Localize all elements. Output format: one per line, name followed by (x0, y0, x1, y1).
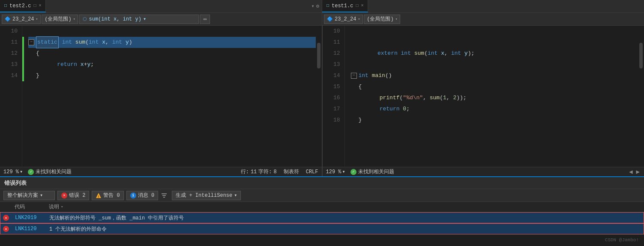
fold-marker-11[interactable]: − (28, 39, 34, 45)
global-dropdown-left[interactable]: (全局范围) ▾ (42, 15, 78, 24)
code-line-11-right (351, 37, 638, 48)
code-line-18-right: } (351, 115, 638, 126)
scrollbar-thumb-right[interactable] (639, 43, 643, 68)
filter-icon[interactable] (161, 192, 168, 199)
warning-triangle-icon: ! (96, 193, 102, 199)
error-panel-title: 错误列表 (4, 179, 27, 187)
scrollbar-right[interactable] (638, 26, 644, 167)
scope-dropdown-left[interactable]: 🔷 23_2_24 ▾ (2, 15, 41, 24)
tab-test2c-label: test2.c (9, 3, 31, 9)
zoom-value-left: 129 % (3, 169, 19, 175)
status-ok-right: ✓ 未找到相关问题 (350, 168, 394, 175)
error-row-1[interactable]: ✕ LNK2019 无法解析的外部符号 _sum，函数 _main 中引用了该符… (0, 212, 644, 223)
nav-right-arrow[interactable]: ▶ (635, 168, 641, 175)
info-count-button[interactable]: i 消息 0 (126, 191, 158, 200)
tab-label-left: 制表符 (284, 168, 299, 175)
ok-text-right: 未找到相关问题 (358, 168, 394, 175)
error-table-header: 代码 说明 ▾ (0, 202, 644, 212)
zoom-value-right: 129 % (326, 169, 341, 175)
scope-dropdown-right[interactable]: 🔷 23_2_24 ▾ (324, 15, 363, 24)
error-row-2-desc: 1 个无法解析的外部命令 (49, 225, 641, 233)
watermark-text: CSDN @Jambo! (605, 237, 639, 243)
error-row-2-status-icon: ✕ (3, 226, 9, 232)
code-line-12-right: extern int sum ( int x , int y ); (351, 48, 638, 59)
zoom-right[interactable]: 129 % ▾ (326, 169, 345, 175)
type-int-11: int (62, 37, 72, 48)
error-row-2[interactable]: ✕ LNK1120 1 个无法解析的外部命令 (0, 223, 644, 234)
scope-error-label: 整个解决方案 (7, 192, 38, 199)
scope-label-right: 23_2_24 (335, 16, 356, 22)
global-dropdown-right[interactable]: (全局范围) ▾ (364, 15, 400, 24)
scrollbar-thumb-left[interactable] (317, 43, 321, 68)
info-count-label: 消息 0 (138, 192, 154, 199)
dropdown-icon[interactable]: ▾ (312, 3, 315, 9)
status-left: 129 % ▾ ✓ 未找到相关问题 行: 11 字符: 8 制表符 CRLF (0, 167, 322, 176)
ln-14-left: 14 (0, 70, 18, 81)
build-dropdown[interactable]: 生成 + IntelliSense ▾ (172, 191, 241, 200)
char-label-left: 字符: (258, 168, 272, 175)
code-line-15-right: { (351, 81, 638, 92)
split-icon: ⇔ (203, 15, 207, 23)
global-label-left: (全局范围) (45, 15, 71, 23)
func-dropdown-left[interactable]: ⬡ sum(int x, int y) ▾ (79, 15, 199, 24)
error-row-1-desc: 无法解析的外部符号 _sum，函数 _main 中引用了该符号 (49, 214, 641, 222)
code-line-13-right (351, 59, 638, 70)
header-desc-col[interactable]: 说明 ▾ (49, 203, 641, 210)
tab-actions-left: ▾ ⚙ (309, 3, 322, 9)
error-red-icon: ✕ (61, 193, 67, 199)
tab-bar: □ test2.c □ × ▾ ⚙ □ test1.c □ × (0, 0, 644, 13)
warning-count-label: 警告 0 (103, 192, 120, 199)
tab-bar-right: □ test1.c □ × (322, 0, 644, 12)
ln-13-left: 13 (0, 59, 18, 70)
code-area-right[interactable]: extern int sum ( int x , int y ); (347, 26, 638, 167)
func-arrow-left: ▾ (143, 16, 146, 22)
zoom-arrow-left: ▾ (20, 169, 23, 175)
split-button[interactable]: ⇔ (200, 15, 210, 24)
code-line-11-left: − static int sum ( int x , int y ) (28, 37, 316, 48)
status-ok-left: ✓ 未找到相关问题 (28, 168, 72, 175)
nav-left-arrow[interactable]: ◀ (628, 168, 633, 175)
line-label-left: 行: (241, 168, 249, 175)
info-blue-icon: i (130, 193, 136, 199)
tab-file-icon: □ (4, 3, 7, 8)
scope-dropdown-error[interactable]: 整个解决方案 ▾ (3, 191, 55, 200)
code-line-17-right: return 0 ; (351, 104, 638, 115)
editor-left: 10 11 12 13 14 − static (0, 26, 323, 167)
tab-test1c[interactable]: □ test1.c □ × (322, 0, 368, 12)
ln-12-left: 12 (0, 48, 18, 59)
scope-icon-right: 🔷 (327, 16, 333, 22)
header-code-label: 代码 (15, 204, 25, 210)
fold-marker-14[interactable]: − (351, 73, 357, 79)
ln-13-right: 13 (323, 59, 340, 70)
error-code-link-2[interactable]: LNK1120 (15, 226, 36, 232)
error-row-1-code: LNK2019 (15, 215, 49, 221)
warning-count-button[interactable]: ! 警告 0 (92, 191, 123, 200)
tab-pin-icon: □ (33, 3, 36, 8)
tab-test1c-close[interactable]: × (361, 3, 363, 8)
error-code-link-1[interactable]: LNK2019 (15, 215, 36, 221)
svg-text:!: ! (98, 195, 100, 199)
watermark: CSDN @Jambo! (605, 237, 639, 243)
error-panel-toolbar: 整个解决方案 ▾ ✕ 错误 2 ! 警告 0 i 消息 0 (0, 189, 644, 202)
func-icon-left: ⬡ (83, 16, 87, 22)
static-highlight: static (36, 36, 59, 48)
error-count-button[interactable]: ✕ 错误 2 (57, 191, 89, 200)
ln-17-right: 17 (323, 104, 340, 115)
kw-static: static (37, 39, 57, 45)
tab-test2c-close[interactable]: × (39, 3, 41, 8)
tab-test2c[interactable]: □ test2.c □ × (0, 0, 46, 12)
scope-label-left: 23_2_24 (12, 16, 34, 22)
status-right: 129 % ▾ ✓ 未找到相关问题 ◀ ▶ (322, 167, 644, 176)
scrollbar-left[interactable] (316, 26, 322, 167)
fn-sum: sum (75, 37, 85, 48)
error-row-1-icon: ✕ (3, 215, 15, 221)
toolbar-left: 🔷 23_2_24 ▾ (全局范围) ▾ ⬡ sum(int x, int y)… (0, 13, 322, 25)
ln-10-left: 10 (0, 26, 18, 37)
zoom-left[interactable]: 129 % ▾ (3, 169, 23, 175)
code-line-10-right (351, 26, 638, 37)
ln-15-right: 15 (323, 81, 340, 92)
global-arrow-right: ▾ (395, 17, 398, 21)
build-arrow: ▾ (234, 192, 237, 199)
settings-icon[interactable]: ⚙ (316, 3, 319, 9)
code-area-left[interactable]: − static int sum ( int x , int y ) (24, 26, 316, 167)
